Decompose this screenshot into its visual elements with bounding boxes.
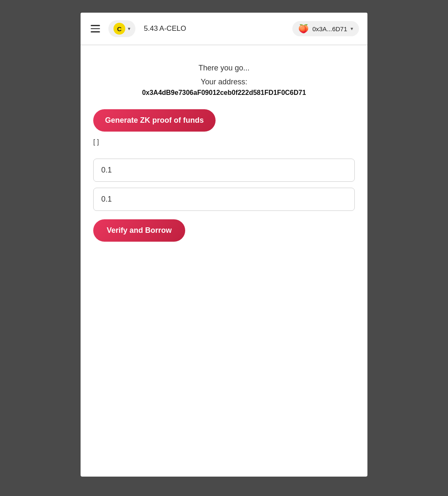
wallet-emoji-icon: 🍑 [298,24,309,34]
address-label: Your address: [93,78,355,86]
wallet-chevron-icon: ▾ [351,26,353,32]
balance-display: 5.43 A-CELO [144,24,186,33]
proof-result-text: [ ] [93,138,355,146]
network-logo: C [113,23,125,35]
menu-icon[interactable] [89,23,102,34]
header: C ▾ 5.43 A-CELO 🍑 0x3A...6D71 ▾ [81,13,367,45]
generate-proof-button[interactable]: Generate ZK proof of funds [93,109,216,132]
network-chevron-icon: ▾ [128,26,130,32]
main-content: There you go... Your address: 0x3A4dB9e7… [81,45,367,259]
collateral-amount-input[interactable] [93,188,355,211]
borrow-amount-input[interactable] [93,159,355,182]
verify-and-borrow-button[interactable]: Verify and Borrow [93,219,185,242]
wallet-selector[interactable]: 🍑 0x3A...6D71 ▾ [292,21,359,36]
network-selector[interactable]: C ▾ [108,20,135,37]
wallet-address-short: 0x3A...6D71 [312,25,347,32]
address-full-value: 0x3A4dB9e7306aF09012ceb0f222d581FD1F0C6D… [93,89,355,97]
app-container: C ▾ 5.43 A-CELO 🍑 0x3A...6D71 ▾ There yo… [81,13,367,477]
greeting-text: There you go... [93,62,355,74]
